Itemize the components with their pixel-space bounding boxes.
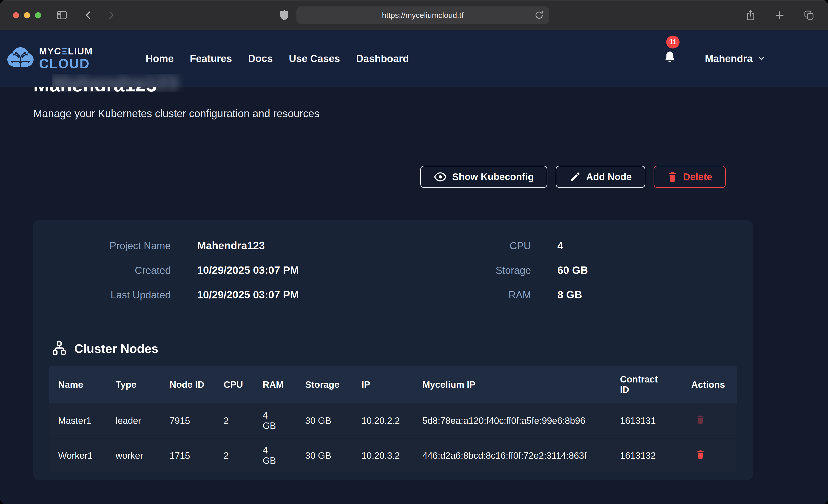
cluster-nodes-heading: Cluster Nodes [49,341,737,356]
brand-logo[interactable]: MYCΞLIUM CLOUD [7,46,93,71]
trash-icon [696,450,705,460]
cell-actions [691,403,737,438]
info-cpu: CPU 4 [393,239,738,252]
page-subtitle: Manage your Kubernetes cluster configura… [33,107,795,120]
eye-icon [434,170,447,183]
cell-ip: 10.20.2.2 [362,403,422,438]
browser-window: https://myceliumcloud.tf [0,0,828,504]
cell-ip: 10.20.3.2 [362,438,422,473]
trash-icon [667,171,678,183]
info-storage: Storage 60 GB [393,264,738,277]
tab-overview-icon[interactable] [803,9,815,21]
browser-toolbar: https://myceliumcloud.tf [0,0,828,30]
cell-ram: 4 GB [263,403,305,438]
col-header-actions: Actions [691,366,737,403]
privacy-shield-icon[interactable] [279,9,290,21]
page-content: Mahendra123 Mahendra123 Manage your Kube… [0,87,828,504]
close-window-button[interactable] [13,12,19,18]
notifications-count-badge: 11 [666,36,679,48]
delete-cluster-button[interactable]: Delete [654,166,726,188]
col-header-cpu: CPU [223,366,263,403]
reload-icon[interactable] [534,10,544,20]
trash-icon [696,415,705,425]
cell-mycelium-ip: 5d8:78ea:a120:f40c:ff0f:a5fe:99e6:8b96 [422,403,620,438]
forward-icon[interactable] [106,10,117,21]
address-bar[interactable]: https://myceliumcloud.tf [296,6,549,24]
nav-link-docs[interactable]: Docs [248,53,273,64]
cell-type: worker [116,438,170,473]
nav-link-features[interactable]: Features [190,53,232,64]
user-name: Mahendra [705,53,753,64]
cluster-details-card: Project Name Mahendra123 Created 10/29/2… [33,220,753,480]
new-tab-icon[interactable] [774,10,785,21]
table-row: Master1 leader 7915 2 4 GB 30 GB 10.20.2… [49,403,737,438]
zoom-window-button[interactable] [35,12,41,18]
show-kubeconfig-button[interactable]: Show Kubeconfig [420,166,547,188]
info-ram: RAM 8 GB [393,288,738,301]
nav-links: Home Features Docs Use Cases Dashboard [146,53,409,64]
nav-link-dashboard[interactable]: Dashboard [356,53,409,64]
cell-storage: 30 GB [305,438,362,473]
sidebar-toggle-icon[interactable] [56,9,68,21]
chevron-down-icon [757,53,766,64]
info-project-name: Project Name Mahendra123 [49,239,393,252]
url-text: https://myceliumcloud.tf [382,11,463,20]
bell-icon [663,63,677,67]
col-header-name: Name [49,366,116,403]
col-header-ram: RAM [263,366,305,403]
delete-node-button[interactable] [696,415,705,425]
nav-link-home[interactable]: Home [146,53,174,64]
cluster-info: Project Name Mahendra123 Created 10/29/2… [49,239,737,313]
col-header-storage: Storage [305,366,362,403]
add-node-button[interactable]: Add Node [556,166,645,188]
info-last-updated: Last Updated 10/29/2025 03:07 PM [49,288,393,301]
col-header-node-id: Node ID [170,366,223,403]
pencil-icon [569,171,581,183]
page-title: Mahendra123 [33,87,795,95]
nav-link-use-cases[interactable]: Use Cases [289,53,340,64]
cell-name: Master1 [49,403,116,438]
cell-name: Worker1 [49,438,116,473]
cell-mycelium-ip: 446:d2a6:8bcd:8c16:ff0f:72e2:3114:863f [422,438,620,473]
col-header-mycelium-ip: Mycelium IP [422,366,620,403]
share-icon[interactable] [745,9,756,22]
mycelium-cloud-logo-icon [7,46,34,71]
site-navbar: MYCΞLIUM CLOUD Home Features Docs Use Ca… [0,30,828,87]
delete-node-button[interactable] [696,450,705,460]
cell-storage: 30 GB [305,403,362,438]
col-header-contract-id: Contract ID [620,366,691,403]
cell-ram: 4 GB [263,438,305,473]
notifications-button[interactable]: 11 [663,50,677,67]
cell-type: leader [116,403,170,438]
cell-cpu: 2 [223,438,263,473]
sitemap-icon [52,341,67,356]
info-created: Created 10/29/2025 03:07 PM [49,264,393,277]
minimize-window-button[interactable] [24,12,30,18]
col-header-type: Type [116,366,170,403]
cell-node-id: 1715 [170,438,223,473]
user-menu[interactable]: Mahendra [705,53,766,64]
col-header-ip: IP [362,366,422,403]
cell-contract-id: 1613132 [620,438,691,473]
cell-actions [691,438,737,473]
cluster-actions: Show Kubeconfig Add Node [33,166,726,188]
back-icon[interactable] [83,10,94,21]
cell-cpu: 2 [223,403,263,438]
cell-node-id: 7915 [170,403,223,438]
table-header-row: Name Type Node ID CPU RAM Storage IP Myc… [49,366,737,403]
brand-wordmark: MYCΞLIUM CLOUD [39,47,93,70]
window-controls [13,12,41,18]
cluster-nodes-table: Name Type Node ID CPU RAM Storage IP Myc… [49,366,737,473]
cell-contract-id: 1613131 [620,403,691,438]
table-row: Worker1 worker 1715 2 4 GB 30 GB 10.20.3… [49,438,737,473]
